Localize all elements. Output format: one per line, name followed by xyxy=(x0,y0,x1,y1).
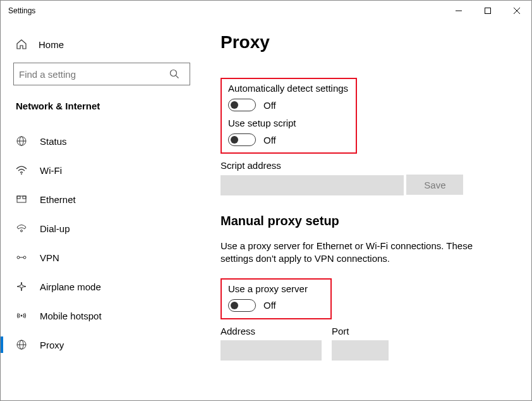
save-button: Save xyxy=(406,175,463,195)
sidebar-item-ethernet[interactable]: Ethernet xyxy=(1,185,203,214)
svg-rect-10 xyxy=(17,196,26,202)
svg-point-14 xyxy=(17,256,20,259)
address-input xyxy=(221,340,322,361)
setup-script-state: Off xyxy=(263,135,276,145)
svg-point-13 xyxy=(21,230,23,232)
sidebar-item-proxy[interactable]: Proxy xyxy=(1,330,203,359)
sidebar-item-status[interactable]: Status xyxy=(1,126,203,156)
sidebar-item-label: Status xyxy=(40,136,67,147)
script-address-label: Script address xyxy=(221,160,519,171)
sidebar-item-label: Mobile hotspot xyxy=(40,311,102,321)
sidebar-item-label: VPN xyxy=(40,252,59,263)
minimize-button[interactable] xyxy=(444,1,473,21)
page-title: Proxy xyxy=(221,32,519,52)
sidebar-item-wifi[interactable]: Wi-Fi xyxy=(1,156,203,185)
sidebar-item-label: Wi-Fi xyxy=(40,165,62,176)
search-box[interactable] xyxy=(13,63,190,85)
setup-script-toggle[interactable] xyxy=(228,133,256,146)
search-input[interactable] xyxy=(19,69,164,80)
sidebar-item-label: Ethernet xyxy=(40,194,76,205)
status-icon xyxy=(16,135,28,147)
sidebar-item-label: Dial-up xyxy=(40,223,70,234)
auto-detect-state: Off xyxy=(263,100,276,111)
highlight-box-manual: Use a proxy server Off xyxy=(221,278,332,319)
highlight-box-auto: Automatically detect settings Off Use se… xyxy=(221,78,357,154)
airplane-icon xyxy=(16,281,28,292)
svg-point-4 xyxy=(171,70,177,77)
sidebar-item-label: Airplane mode xyxy=(40,281,101,292)
home-button[interactable]: Home xyxy=(1,34,203,55)
svg-point-9 xyxy=(21,173,22,175)
sidebar-item-label: Proxy xyxy=(40,340,64,350)
sidebar-item-hotspot[interactable]: Mobile hotspot xyxy=(1,301,203,330)
use-proxy-label: Use a proxy server xyxy=(228,283,324,294)
setup-script-label: Use setup script xyxy=(228,118,349,128)
ethernet-icon xyxy=(16,194,28,205)
home-icon xyxy=(16,39,28,50)
svg-point-15 xyxy=(23,256,26,259)
svg-rect-11 xyxy=(17,196,20,199)
hotspot-icon xyxy=(16,310,28,321)
search-icon xyxy=(164,69,184,79)
close-button[interactable] xyxy=(502,1,531,21)
wifi-icon xyxy=(16,164,28,176)
manual-section-title: Manual proxy setup xyxy=(221,214,519,228)
proxy-icon xyxy=(16,339,28,350)
svg-point-17 xyxy=(21,315,23,317)
category-label: Network & Internet xyxy=(1,101,203,111)
window-title: Settings xyxy=(8,6,35,15)
auto-detect-label: Automatically detect settings xyxy=(228,83,349,94)
vpn-icon xyxy=(16,252,28,263)
svg-rect-1 xyxy=(485,8,491,14)
dialup-icon xyxy=(16,223,28,234)
port-input xyxy=(332,340,389,361)
use-proxy-toggle[interactable] xyxy=(228,299,256,312)
svg-line-5 xyxy=(176,75,178,78)
maximize-button[interactable] xyxy=(473,1,502,21)
port-label: Port xyxy=(332,326,389,336)
svg-rect-12 xyxy=(23,196,26,199)
sidebar-item-vpn[interactable]: VPN xyxy=(1,243,203,272)
script-address-input xyxy=(221,175,404,195)
home-label: Home xyxy=(39,39,64,50)
use-proxy-state: Off xyxy=(263,300,276,311)
manual-section-description: Use a proxy server for Ethernet or Wi-Fi… xyxy=(221,240,486,266)
sidebar-item-dialup[interactable]: Dial-up xyxy=(1,214,203,243)
auto-detect-toggle[interactable] xyxy=(228,99,256,111)
sidebar-item-airplane[interactable]: Airplane mode xyxy=(1,272,203,301)
address-label: Address xyxy=(221,326,322,336)
